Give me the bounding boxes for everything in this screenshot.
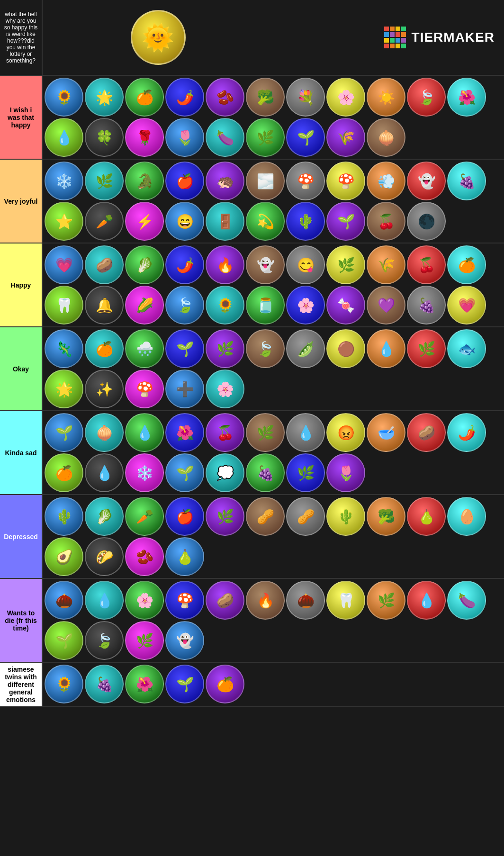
plant-item[interactable]: 🐊 (125, 162, 164, 200)
plant-item[interactable]: 🦎 (45, 329, 83, 368)
plant-item[interactable]: 🌿 (407, 329, 446, 368)
plant-item[interactable]: 💧 (125, 413, 164, 452)
plant-item[interactable]: 🥜 (246, 497, 285, 536)
plant-item[interactable]: 🍒 (206, 413, 244, 452)
plant-item[interactable]: 🥦 (246, 78, 285, 117)
plant-item[interactable]: 🍒 (407, 245, 446, 284)
plant-item[interactable]: 🦷 (326, 581, 365, 620)
plant-item[interactable]: 🍆 (206, 118, 244, 157)
plant-item[interactable]: ❄️ (45, 162, 83, 200)
plant-item[interactable]: 🌾 (326, 118, 365, 157)
plant-item[interactable]: 🌑 (407, 202, 446, 241)
plant-item[interactable]: 🌸 (125, 581, 164, 620)
plant-item[interactable]: 🌷 (165, 118, 204, 157)
plant-item[interactable]: 👻 (165, 621, 204, 660)
plant-item[interactable]: 🥦 (367, 497, 405, 536)
plant-item[interactable]: 🌽 (125, 286, 164, 324)
plant-item[interactable]: 🦔 (206, 162, 244, 200)
plant-item[interactable]: 🌿 (326, 245, 365, 284)
plant-item[interactable]: 🌶️ (165, 78, 204, 117)
plant-item[interactable]: 🍄 (125, 369, 164, 408)
plant-item[interactable]: 🫙 (246, 286, 285, 324)
plant-item[interactable]: 💧 (45, 118, 83, 157)
plant-item[interactable]: 🔔 (85, 286, 124, 324)
plant-item[interactable]: 🌿 (246, 413, 285, 452)
plant-item[interactable]: 🌵 (286, 202, 325, 241)
plant-item[interactable]: 💧 (367, 329, 405, 368)
plant-item[interactable]: 💧 (85, 581, 124, 620)
plant-item[interactable]: 💧 (85, 453, 124, 492)
plant-item[interactable]: 🌸 (286, 286, 325, 324)
plant-item[interactable]: 🌸 (326, 78, 365, 117)
plant-item[interactable]: 🍊 (206, 665, 244, 703)
plant-item[interactable]: 🌱 (45, 413, 83, 452)
plant-item[interactable]: ☀️ (367, 78, 405, 117)
plant-item[interactable]: 😋 (286, 245, 325, 284)
plant-item[interactable]: 🌱 (165, 453, 204, 492)
plant-item[interactable]: 🥕 (85, 202, 124, 241)
plant-item[interactable]: ⭐ (45, 202, 83, 241)
plant-item[interactable]: 💗 (447, 286, 486, 324)
plant-item[interactable]: 🌱 (45, 621, 83, 660)
plant-item[interactable]: 🍀 (85, 118, 124, 157)
plant-item[interactable]: 🌿 (206, 329, 244, 368)
plant-item[interactable]: 🍄 (165, 581, 204, 620)
plant-item[interactable]: 🍇 (246, 453, 285, 492)
plant-item[interactable]: 🍇 (447, 162, 486, 200)
plant-item[interactable]: 🧅 (85, 413, 124, 452)
plant-item[interactable]: 🌻 (45, 665, 83, 703)
plant-item[interactable]: 🥔 (206, 581, 244, 620)
plant-item[interactable]: 🍒 (367, 202, 405, 241)
plant-item[interactable]: 🌰 (45, 581, 83, 620)
plant-item[interactable]: 🌿 (286, 453, 325, 492)
plant-item[interactable]: 🌾 (367, 245, 405, 284)
plant-item[interactable]: 🍐 (407, 497, 446, 536)
plant-item[interactable]: 🍃 (165, 286, 204, 324)
plant-item[interactable]: 🫛 (286, 329, 325, 368)
plant-item[interactable]: 🌵 (45, 497, 83, 536)
plant-item[interactable]: 🌺 (447, 78, 486, 117)
plant-item[interactable]: 🚪 (206, 202, 244, 241)
plant-item[interactable]: 🔥 (206, 245, 244, 284)
plant-item[interactable]: 🍊 (45, 453, 83, 492)
plant-item[interactable]: 🍃 (407, 78, 446, 117)
plant-item[interactable]: 🌷 (326, 453, 365, 492)
plant-item[interactable]: 💧 (407, 581, 446, 620)
plant-item[interactable]: 🌵 (326, 497, 365, 536)
plant-item[interactable]: 🥔 (407, 413, 446, 452)
plant-item[interactable]: 🌿 (85, 162, 124, 200)
plant-item[interactable]: 🍃 (246, 329, 285, 368)
plant-item[interactable]: 😡 (326, 413, 365, 452)
plant-item[interactable]: 🥬 (85, 497, 124, 536)
plant-item[interactable]: 🌹 (125, 118, 164, 157)
plant-item[interactable]: 🌱 (165, 665, 204, 703)
plant-item[interactable]: 💧 (286, 413, 325, 452)
plant-item[interactable]: 💗 (45, 245, 83, 284)
plant-item[interactable]: 🌿 (367, 581, 405, 620)
plant-item[interactable]: 🌻 (45, 78, 83, 117)
plant-item[interactable]: 🌱 (326, 202, 365, 241)
plant-item[interactable]: 🦷 (45, 286, 83, 324)
plant-item[interactable]: 🍄 (286, 162, 325, 200)
plant-item[interactable]: 🥬 (125, 245, 164, 284)
plant-item[interactable]: 🍄 (326, 162, 365, 200)
plant-item[interactable]: 🍬 (326, 286, 365, 324)
plant-item[interactable]: 🌻 (206, 286, 244, 324)
plant-item[interactable]: 🌶️ (165, 245, 204, 284)
plant-item[interactable]: 🌫️ (246, 162, 285, 200)
plant-item[interactable]: 👻 (407, 162, 446, 200)
plant-item[interactable]: 💜 (367, 286, 405, 324)
plant-item[interactable]: 🫘 (206, 78, 244, 117)
plant-item[interactable]: 🍆 (447, 581, 486, 620)
plant-item[interactable]: 🌸 (206, 369, 244, 408)
plant-item[interactable]: 🐟 (447, 329, 486, 368)
plant-item[interactable]: 🥑 (45, 537, 83, 576)
plant-item[interactable]: 🍐 (165, 537, 204, 576)
plant-item[interactable]: ❄️ (125, 453, 164, 492)
plant-item[interactable]: 🍊 (125, 78, 164, 117)
plant-item[interactable]: 🔥 (246, 581, 285, 620)
plant-item[interactable]: 🌟 (85, 78, 124, 117)
plant-item[interactable]: 🥣 (367, 413, 405, 452)
plant-item[interactable]: 🌱 (286, 118, 325, 157)
plant-item[interactable]: 💐 (286, 78, 325, 117)
